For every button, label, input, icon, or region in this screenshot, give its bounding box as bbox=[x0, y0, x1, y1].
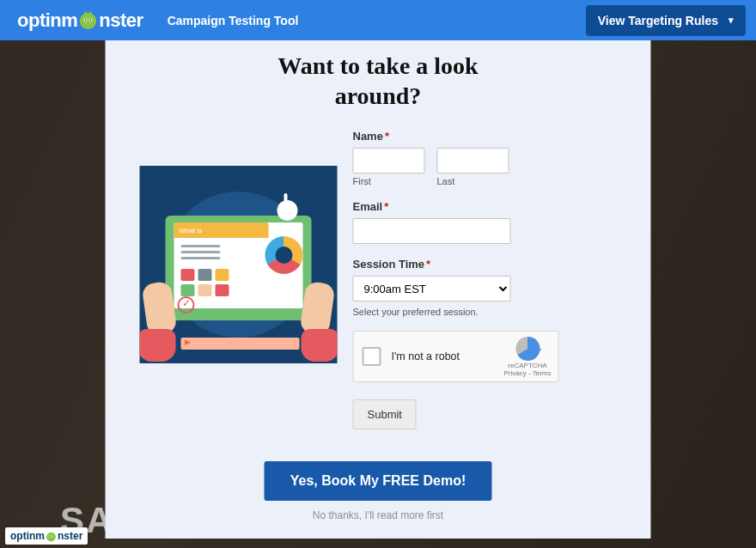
recaptcha-badge: reCAPTCHA Privacy - Terms bbox=[504, 337, 552, 377]
monster-icon bbox=[46, 531, 57, 542]
recaptcha-icon bbox=[515, 337, 540, 361]
email-label: Email* bbox=[353, 200, 625, 213]
svg-point-9 bbox=[52, 535, 53, 536]
required-asterisk: * bbox=[385, 130, 389, 143]
topbar: optinm nster Campaign Testing Tool View … bbox=[0, 0, 756, 40]
svg-point-0 bbox=[80, 13, 96, 29]
tool-name: Campaign Testing Tool bbox=[168, 14, 299, 27]
session-label: Session Time* bbox=[353, 258, 625, 271]
last-name-input[interactable] bbox=[437, 148, 509, 174]
view-targeting-rules-button[interactable]: View Targeting Rules ▾ bbox=[586, 5, 746, 36]
player-bar-icon bbox=[181, 338, 300, 350]
svg-point-5 bbox=[46, 532, 56, 541]
checkmark-icon bbox=[178, 296, 195, 314]
gear-icon bbox=[265, 236, 303, 274]
form-column: Name* First Last Email* bbox=[346, 130, 625, 446]
first-name-input[interactable] bbox=[353, 148, 425, 174]
svg-point-8 bbox=[49, 535, 50, 536]
modal-body: What is Name* bbox=[106, 114, 651, 446]
svg-point-4 bbox=[90, 20, 92, 21]
decline-link[interactable]: No thanks, I'll read more first bbox=[106, 509, 651, 521]
submit-button[interactable]: Submit bbox=[353, 399, 417, 429]
illustration-column: What is bbox=[131, 130, 346, 446]
footer-brand-pre: optinm bbox=[10, 530, 45, 542]
targeting-btn-label: View Targeting Rules bbox=[598, 14, 718, 27]
name-label: Name* bbox=[353, 130, 625, 143]
required-asterisk: * bbox=[384, 200, 388, 213]
book-demo-button[interactable]: Yes, Book My FREE Demo! bbox=[265, 461, 492, 501]
required-asterisk: * bbox=[426, 258, 430, 271]
recaptcha-checkbox[interactable] bbox=[363, 347, 381, 366]
session-time-select[interactable]: 9:00am EST bbox=[353, 276, 511, 301]
chevron-down-icon: ▾ bbox=[729, 15, 734, 26]
session-field-block: Session Time* 9:00am EST Select your pre… bbox=[353, 258, 625, 317]
optinmonster-footer-badge[interactable]: optinm nster bbox=[5, 527, 88, 545]
email-field-block: Email* bbox=[353, 200, 625, 244]
footer-brand-post: nster bbox=[58, 530, 82, 542]
brand-logo[interactable]: optinm nster bbox=[17, 9, 143, 32]
recaptcha-text: I'm not a robot bbox=[392, 350, 460, 362]
demo-modal: Want to take a look around? What is bbox=[106, 40, 651, 539]
name-field-block: Name* First Last bbox=[353, 130, 625, 186]
last-name-sublabel: Last bbox=[437, 176, 509, 186]
illus-search-bar: What is bbox=[174, 222, 269, 238]
session-helper: Select your preferred session. bbox=[353, 307, 625, 317]
email-input[interactable] bbox=[353, 218, 511, 244]
modal-title: Want to take a look around? bbox=[131, 51, 625, 111]
first-name-sublabel: First bbox=[353, 176, 425, 186]
brand-text-pre: optinm bbox=[17, 9, 77, 32]
music-note-icon bbox=[277, 200, 298, 221]
brand-text-post: nster bbox=[99, 9, 143, 32]
svg-point-3 bbox=[85, 20, 87, 21]
tablet-illustration: What is bbox=[140, 166, 338, 363]
recaptcha-widget: I'm not a robot reCAPTCHA Privacy - Term… bbox=[353, 331, 559, 382]
cta-row: Yes, Book My FREE Demo! bbox=[106, 461, 651, 501]
monster-icon bbox=[78, 10, 98, 30]
